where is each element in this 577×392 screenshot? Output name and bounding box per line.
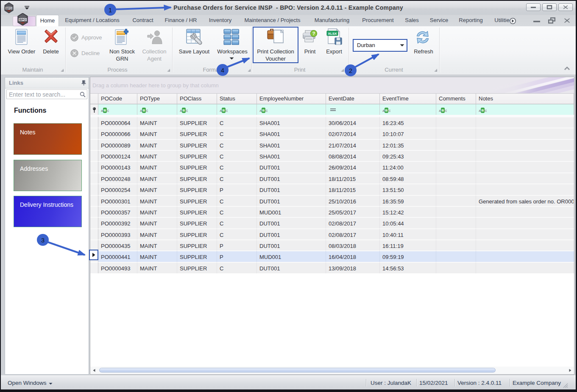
svg-text:C: C [186, 109, 188, 113]
svg-text:A: A [259, 109, 262, 113]
svg-text:C: C [485, 109, 487, 113]
svg-text:C: C [226, 109, 228, 113]
svg-text:BPO: BPO [19, 18, 26, 22]
svg-text:A: A [479, 109, 481, 113]
svg-text:B: B [143, 108, 145, 112]
svg-text:A: A [220, 109, 222, 113]
svg-text:B: B [104, 108, 106, 112]
svg-text:B: B [262, 108, 265, 112]
svg-text:XLSX: XLSX [328, 32, 337, 36]
svg-text:B: B [385, 108, 388, 112]
svg-text:C: C [146, 109, 148, 113]
svg-text:C: C [445, 109, 447, 113]
svg-text:A: A [101, 109, 103, 113]
svg-text:A: A [180, 109, 182, 113]
svg-text:A: A [439, 109, 441, 113]
svg-text:A: A [382, 109, 385, 113]
svg-text:B: B [482, 108, 484, 112]
svg-text:B: B [223, 108, 225, 112]
svg-text:B: B [183, 108, 185, 112]
svg-text:C: C [388, 109, 390, 113]
svg-text:B: B [442, 108, 444, 112]
svg-text:C: C [265, 109, 268, 113]
svg-text:A: A [140, 109, 142, 113]
svg-text:C: C [107, 109, 109, 113]
svg-text:?: ? [312, 31, 315, 36]
